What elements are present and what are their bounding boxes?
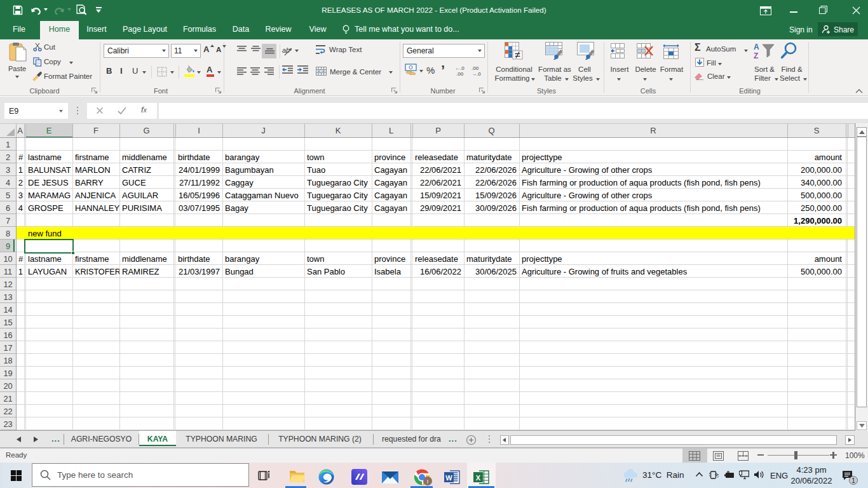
svg-text:.00: .00 [471, 65, 479, 71]
svg-text:←.0: ←.0 [455, 65, 465, 71]
svg-text:ab: ab [282, 46, 290, 54]
svg-text:W: W [445, 474, 452, 482]
svg-text:→.0: →.0 [471, 71, 481, 76]
svg-text:I: I [427, 478, 429, 485]
svg-text:1: 1 [851, 477, 855, 484]
svg-text:X: X [476, 474, 481, 482]
svg-text:A: A [754, 43, 759, 51]
svg-text:Z: Z [754, 51, 758, 60]
svg-text:.00: .00 [456, 71, 464, 76]
